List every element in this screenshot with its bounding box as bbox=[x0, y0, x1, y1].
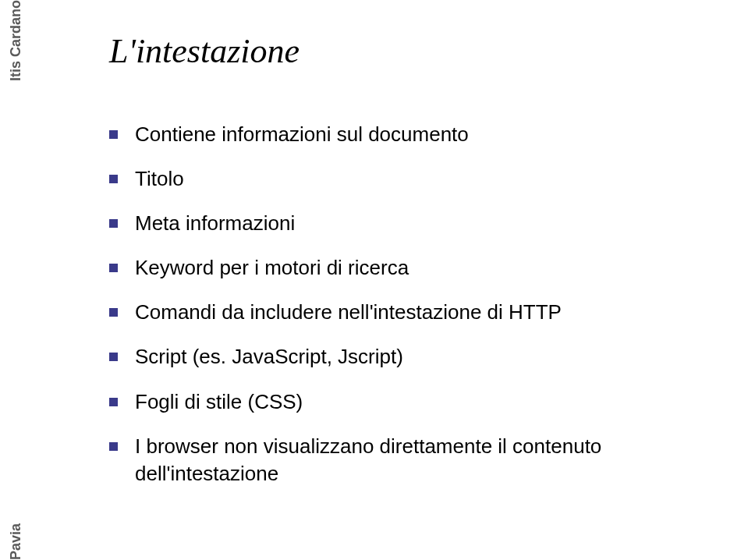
sidebar-label-bottom: Pavia bbox=[8, 520, 24, 560]
list-item-text: Keyword per i motori di ricerca bbox=[135, 254, 702, 282]
bullet-list: Contiene informazioni sul documento Tito… bbox=[109, 121, 702, 505]
list-item-text: I browser non visualizzano direttamente … bbox=[135, 433, 702, 487]
list-item-text: Meta informazioni bbox=[135, 210, 702, 237]
bullet-icon bbox=[109, 130, 118, 139]
list-item: Fogli di stile (CSS) bbox=[109, 388, 702, 416]
list-item-text: Fogli di stile (CSS) bbox=[135, 388, 702, 416]
list-item-text: Comandi da includere nell'intestazione d… bbox=[135, 299, 702, 326]
slide-title: L'intestazione bbox=[109, 31, 300, 71]
list-item-text: Contiene informazioni sul documento bbox=[135, 121, 702, 148]
sidebar-label-top: Itis Cardano bbox=[8, 0, 24, 84]
list-item: Comandi da includere nell'intestazione d… bbox=[109, 299, 702, 326]
list-item: Meta informazioni bbox=[109, 210, 702, 237]
list-item: Contiene informazioni sul documento bbox=[109, 121, 702, 148]
list-item: Keyword per i motori di ricerca bbox=[109, 254, 702, 282]
list-item: Titolo bbox=[109, 165, 702, 193]
bullet-icon bbox=[109, 219, 118, 228]
list-item-text: Script (es. JavaScript, Jscript) bbox=[135, 343, 702, 370]
bullet-icon bbox=[109, 442, 118, 451]
bullet-icon bbox=[109, 264, 118, 272]
list-item: I browser non visualizzano direttamente … bbox=[109, 433, 702, 487]
bullet-icon bbox=[109, 175, 118, 183]
bullet-icon bbox=[109, 398, 118, 406]
bullet-icon bbox=[109, 353, 118, 361]
list-item: Script (es. JavaScript, Jscript) bbox=[109, 343, 702, 370]
list-item-text: Titolo bbox=[135, 165, 702, 193]
bullet-icon bbox=[109, 308, 118, 317]
